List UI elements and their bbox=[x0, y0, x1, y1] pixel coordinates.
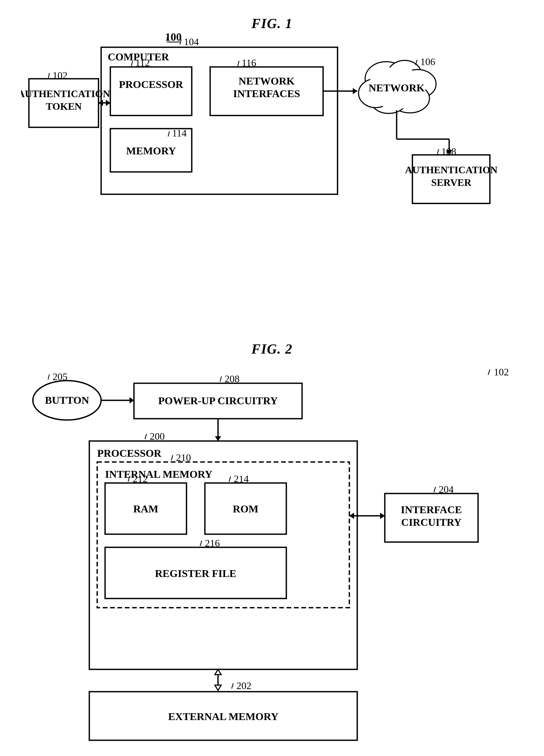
auth-server-label2: SERVER bbox=[431, 177, 472, 188]
arrow-down-head bbox=[215, 685, 221, 690]
ref-112: 112 bbox=[135, 57, 150, 68]
processor-label-fig1: PROCESSOR bbox=[119, 78, 183, 90]
processor-label-fig2: PROCESSOR bbox=[97, 447, 162, 459]
ref-210: 210 bbox=[176, 452, 191, 463]
ram-label: RAM bbox=[133, 503, 158, 515]
rom-label: ROM bbox=[233, 503, 258, 515]
ref-106: 106 bbox=[420, 56, 435, 67]
ref-200: 200 bbox=[150, 431, 165, 442]
arrow-up-head bbox=[215, 669, 221, 675]
ref-204: 204 bbox=[439, 484, 454, 495]
ref-102-fig2: 102 bbox=[494, 366, 509, 377]
register-file-label: REGISTER FILE bbox=[155, 568, 236, 579]
auth-token-label2: TOKEN bbox=[46, 101, 82, 112]
internal-memory-label: INTERNAL MEMORY bbox=[105, 468, 212, 480]
page: FIG. 1 100 COMPUTER 104 PROCESSOR 112 ME… bbox=[0, 0, 544, 756]
ref-104: 104 bbox=[184, 36, 199, 47]
button-label: BUTTON bbox=[45, 394, 89, 406]
ref-116: 116 bbox=[242, 57, 256, 68]
arrow-ni-network-head bbox=[353, 88, 357, 94]
memory-label-fig1: MEMORY bbox=[126, 145, 176, 157]
fig2-container: FIG. 2 102 BUTTON 205 POWER-UP CIRCUITRY… bbox=[21, 341, 523, 756]
ref-108: 108 bbox=[441, 146, 456, 157]
ref-114: 114 bbox=[172, 128, 187, 139]
ref-212: 212 bbox=[133, 473, 148, 484]
interface-circuitry-label2: CIRCUITRY bbox=[401, 516, 462, 528]
network-interfaces-label2: INTERFACES bbox=[233, 88, 300, 99]
processor-box-fig1 bbox=[110, 67, 192, 115]
power-up-label: POWER-UP CIRCUITRY bbox=[158, 395, 278, 407]
arrow-right-if bbox=[380, 513, 385, 519]
ref-216: 216 bbox=[205, 538, 220, 549]
interface-circuitry-label1: INTERFACE bbox=[401, 504, 462, 516]
ref-214: 214 bbox=[234, 473, 249, 484]
fig1-container: FIG. 1 100 COMPUTER 104 PROCESSOR 112 ME… bbox=[21, 16, 523, 325]
external-memory-label: EXTERNAL MEMORY bbox=[168, 711, 279, 722]
arrow-power-processor-head bbox=[215, 436, 221, 441]
network-interfaces-label: NETWORK bbox=[238, 75, 295, 87]
fig1-svg: 100 COMPUTER 104 PROCESSOR 112 MEMORY 11… bbox=[21, 26, 536, 310]
arrow-button-power-head bbox=[129, 397, 134, 403]
ref-208: 208 bbox=[224, 373, 239, 384]
fig2-svg: 102 BUTTON 205 POWER-UP CIRCUITRY 208 PR… bbox=[21, 352, 536, 756]
ref-205: 205 bbox=[53, 371, 67, 382]
auth-server-label1: AUTHENTICATION bbox=[405, 164, 498, 175]
ref-202: 202 bbox=[236, 680, 251, 691]
network-cloud: NETWORK bbox=[359, 60, 436, 113]
auth-token-label1: AUTHENTICATION bbox=[21, 88, 110, 99]
ref-102-fig1: 102 bbox=[53, 70, 67, 81]
network-label: NETWORK bbox=[369, 82, 425, 94]
